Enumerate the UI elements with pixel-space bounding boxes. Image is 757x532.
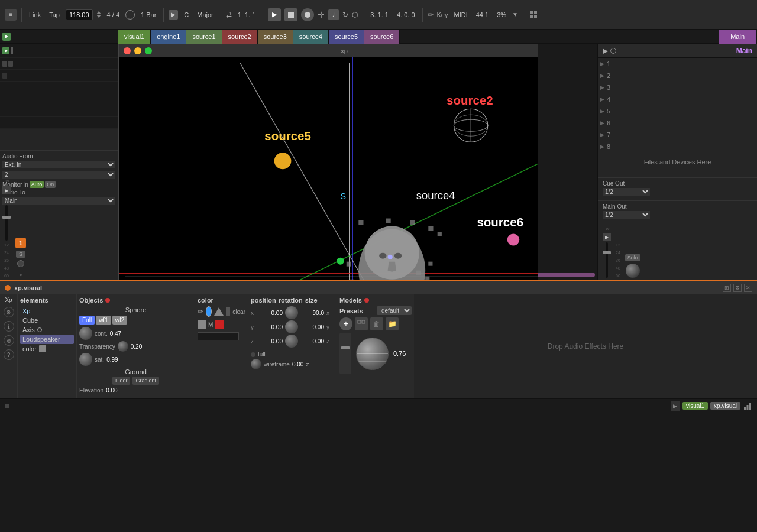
add-model-btn[interactable]: + [339,317,352,330]
s-button-1[interactable]: S [16,251,25,258]
track-tab-visual1[interactable]: visual1 [118,30,151,44]
minimize-button[interactable] [134,47,141,54]
play-indicator[interactable]: ▶ [2,33,11,41]
gradient-btn[interactable]: Gradient [132,377,159,385]
delete-model-btn[interactable]: 🗑 [370,317,383,330]
pos3-display[interactable]: 4. 0. 0 [394,10,418,20]
wireframe-knob[interactable] [251,359,261,369]
main-knob[interactable] [626,264,640,278]
track-tab-source2[interactable]: source2 [222,30,258,44]
element-axis[interactable]: Axis [20,325,74,335]
pos-x[interactable]: 0.00 [259,310,283,316]
rot-knob-y[interactable] [285,320,298,333]
arrow-5[interactable]: ▶ [600,108,604,114]
main-out-select[interactable]: 1/2 [603,211,650,219]
transparency-knob[interactable] [118,341,128,352]
right-play[interactable]: ▶ [603,47,608,55]
stop-button[interactable] [284,8,297,21]
drop-audio-panel[interactable]: Drop Audio Effects Here [414,294,757,398]
auto-badge-1[interactable]: Auto [30,181,44,188]
arrow-4[interactable]: ▶ [600,96,604,102]
element-loudspeaker[interactable]: Loudspeaker [20,335,74,344]
key-display[interactable]: C [182,10,191,20]
cpu-arrow[interactable]: ▼ [512,11,518,18]
folder-model-btn[interactable]: 📁 [386,317,399,330]
sat-knob[interactable] [79,353,92,366]
viewport-canvas[interactable]: source2 source5 source3 source4 sou [119,57,538,280]
metronome-icon[interactable]: ♩ [328,9,339,20]
red-swatch[interactable] [215,320,224,329]
triangle-icon[interactable] [214,307,224,316]
size-slider-container[interactable] [339,333,351,374]
pos-y[interactable]: 0.00 [259,324,283,330]
element-cube[interactable]: Cube [20,316,74,325]
fader-thumb-1[interactable] [2,216,11,219]
arrow-6[interactable]: ▶ [600,120,604,126]
xp-icon-gear[interactable]: ⚙ [4,307,14,317]
solo-badge[interactable]: Solo [625,254,640,261]
channel-select-1[interactable]: 2 [2,171,115,179]
circle-btn-1[interactable] [17,260,24,267]
track-tab-main[interactable]: Main [719,30,757,44]
tempo-display[interactable]: 118.00 [66,9,93,20]
pos-z[interactable]: 0.00 [259,338,283,345]
square-icon[interactable] [226,307,231,316]
maximize-button[interactable] [145,47,152,54]
cue-out-select[interactable]: 1/2 [603,188,650,196]
scale-display[interactable]: Major [195,10,216,20]
track-tab-source6[interactable]: source6 [364,30,400,44]
preset-select[interactable]: default [377,306,412,315]
gray-swatch[interactable] [198,320,206,329]
close-button[interactable] [124,47,131,54]
visual1-badge[interactable]: visual1 [682,402,708,410]
play-button[interactable]: ▶ [268,8,281,21]
bar-display[interactable]: 1 Bar [138,10,158,20]
floor-btn[interactable]: Floor [112,377,131,385]
size-slider-thumb[interactable] [341,346,350,349]
main-fader[interactable] [606,242,608,278]
tab-wf1[interactable]: wf1 [96,316,111,325]
track-tab-source5[interactable]: source5 [329,30,364,44]
settings-icon[interactable]: ⚙ [733,284,742,292]
link-button[interactable]: Link [27,10,43,20]
expand-icon[interactable]: ⊞ [723,284,731,292]
track-tab-engine1[interactable]: engine1 [151,30,186,44]
xp-visual-badge[interactable]: xp.visual [710,402,740,410]
rot-z[interactable]: 0.00 [300,338,324,345]
right-rec[interactable] [610,48,616,54]
color-input-bar[interactable] [198,332,239,340]
track-tab-source3[interactable]: source3 [258,30,293,44]
fader-track-1[interactable] [5,205,8,241]
grid-icon[interactable] [528,9,540,21]
tab-wf2[interactable]: wf2 [112,316,128,325]
rot-knob-z[interactable] [285,335,298,348]
channel-num-1[interactable]: 1 [15,238,26,248]
from-select-1[interactable]: Ext. In [2,161,115,168]
midi-label[interactable]: MIDI [451,10,470,20]
record-button[interactable] [301,8,314,21]
xp-icon-help[interactable]: ? [4,349,14,360]
track-tab-source1[interactable]: source1 [186,30,222,44]
close-panel-icon[interactable]: ✕ [744,284,752,292]
xp-icon-info[interactable]: ℹ [4,321,14,332]
element-xp[interactable]: Xp [20,306,74,316]
arrow-7[interactable]: ▶ [600,132,604,138]
off-badge-1[interactable]: On [45,181,56,188]
tempo-arrows[interactable] [96,11,101,18]
to-select-1[interactable]: Main [2,197,115,205]
main-play[interactable]: ▶ [603,233,611,241]
menu-icon[interactable]: ≡ [5,9,17,21]
arrow-1[interactable]: ▶ [600,61,604,67]
position-display[interactable]: 1. 1. 1 [235,10,258,20]
tab-full[interactable]: Full [79,316,95,325]
cpu-display[interactable]: 3% [494,10,509,20]
pos2-display[interactable]: 3. 1. 1 [368,10,391,20]
track-tab-source4[interactable]: source4 [293,30,329,44]
sample-rate[interactable]: 44.1 [474,10,491,20]
timeline-s6[interactable] [538,273,595,277]
punch-icon[interactable]: ⬡ [352,11,358,19]
xp-icon-map[interactable]: ⊕ [4,335,14,346]
expand-model-btn[interactable] [355,317,368,330]
arrow-2[interactable]: ▶ [600,73,604,79]
meter-display[interactable]: 4 / 4 [105,10,122,20]
